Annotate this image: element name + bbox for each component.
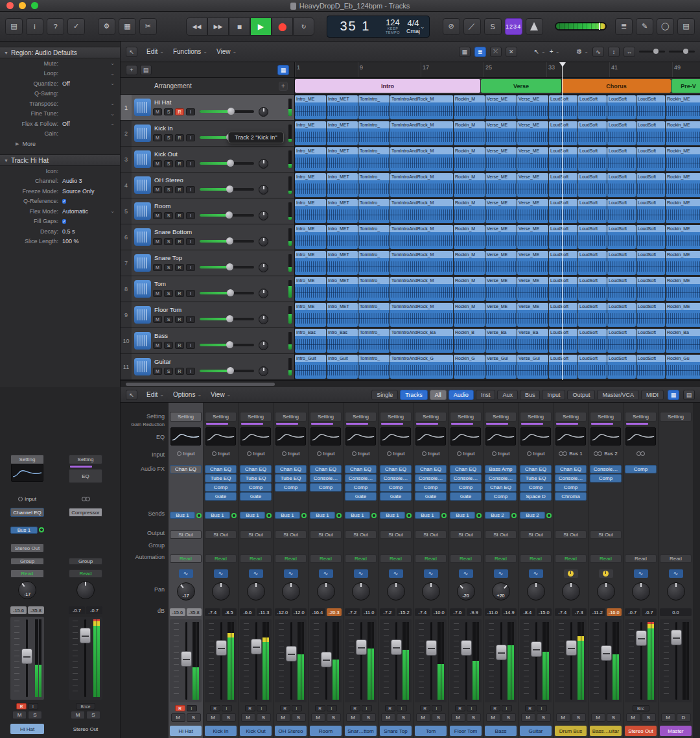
channel-input-slot[interactable]: Input <box>520 449 552 458</box>
audio-region[interactable]: Rockin_ME <box>666 95 700 119</box>
channel-strip-name[interactable]: Stereo Out <box>625 726 657 736</box>
pan-knob[interactable] <box>282 582 300 601</box>
audio-region[interactable]: Verse_ME <box>517 173 548 197</box>
checkbox-checked-icon[interactable]: ✓ <box>62 199 66 204</box>
audio-region[interactable]: LoudSoft <box>636 199 665 223</box>
audio-region[interactable]: Rockin_M <box>454 303 485 327</box>
audio-fx-slot[interactable]: Chan EQ <box>205 465 237 473</box>
pan-knob[interactable] <box>527 582 545 601</box>
audio-region[interactable]: LoudSoft <box>549 199 578 223</box>
audio-region[interactable]: Rockin_ME <box>666 147 700 171</box>
automation-mode-button[interactable]: Read <box>205 554 237 563</box>
channel-setting-button[interactable]: Setting <box>380 412 412 422</box>
channel-strip-name[interactable]: Stereo Out <box>69 724 102 734</box>
audio-region[interactable]: TomIntroAndRock_M <box>390 277 453 301</box>
add-track-button[interactable]: + <box>126 65 137 75</box>
pan-knob[interactable]: -20 <box>457 582 475 601</box>
stepper-icon[interactable]: ⌄ <box>110 111 115 117</box>
volume-handle[interactable] <box>226 185 233 193</box>
fx-plugin-button[interactable]: Console… <box>415 474 447 482</box>
rewind-button[interactable]: ◀◀ <box>186 18 207 36</box>
audio-region[interactable]: Verse_ME <box>485 121 517 145</box>
audio-fx-slot[interactable]: Comp <box>310 483 342 492</box>
waveform-display-icon[interactable]: ∿ <box>529 569 543 578</box>
track-solo-button[interactable]: S <box>164 290 173 297</box>
audio-region[interactable]: Rockin_ME <box>666 277 700 301</box>
audio-region[interactable]: Verse_ME <box>485 95 517 119</box>
track-input-monitor-button[interactable]: I <box>186 368 195 375</box>
bounce-button[interactable]: Bnce <box>76 703 95 709</box>
volume-fader[interactable] <box>590 619 622 702</box>
strip-mute-button[interactable]: M <box>486 713 500 722</box>
play-button[interactable]: ▶ <box>250 18 272 36</box>
fx-plugin-button[interactable]: Chroma <box>555 492 587 501</box>
send-bus-button[interactable]: Bus 1 <box>310 512 335 519</box>
audio-region[interactable]: Intro_ME <box>295 95 326 119</box>
audio-region[interactable]: LoudSoft <box>578 225 607 249</box>
fx-plugin-button[interactable]: Comp <box>590 474 622 482</box>
channel-input-slot[interactable]: Input <box>485 449 517 458</box>
eq-thumbnail[interactable] <box>415 427 446 446</box>
volume-fader[interactable] <box>380 619 412 702</box>
output-slot[interactable]: St Out <box>415 530 447 539</box>
fx-plugin-button[interactable]: Chan EQ <box>450 465 482 473</box>
strip-solo-button[interactable]: S <box>257 713 271 722</box>
channel-setting-button[interactable]: Setting <box>660 412 692 422</box>
strip-mute-button[interactable]: M <box>276 713 290 722</box>
send-level-knob[interactable] <box>371 513 377 518</box>
region-more-row[interactable]: ▶More <box>0 139 120 149</box>
track-volume-slider[interactable] <box>200 292 254 294</box>
audio-region[interactable]: Intro_ME <box>295 251 326 275</box>
pan-knob[interactable] <box>352 582 370 601</box>
send-bus-button[interactable]: Bus 1 <box>380 512 405 519</box>
count-in-button[interactable]: 1234 <box>505 18 522 35</box>
strip-solo-button[interactable]: S <box>467 713 481 722</box>
fader-handle[interactable] <box>671 630 682 645</box>
close-window-button[interactable] <box>6 2 14 9</box>
automation-slot[interactable]: Read <box>625 554 657 563</box>
apple-loops-button[interactable]: ◯ <box>657 18 674 35</box>
strip-record-arm-button[interactable]: R <box>245 705 255 711</box>
fader-handle[interactable] <box>391 639 402 655</box>
pan-knob[interactable]: +20 <box>492 582 510 601</box>
strip-solo-button[interactable]: S <box>502 713 516 722</box>
audio-region[interactable]: LoudSoft <box>549 303 578 327</box>
volume-fader[interactable] <box>275 619 307 702</box>
fader-handle[interactable] <box>461 640 472 656</box>
checkbox-checked-icon[interactable]: ✓ <box>62 219 66 224</box>
channel-strip[interactable]: SettingInputChan EQConsole…CompBus 1St O… <box>309 403 344 738</box>
audio-region[interactable]: LoudSoft <box>636 303 665 327</box>
volume-fader[interactable] <box>485 619 517 702</box>
waveform-display-icon[interactable]: ∿ <box>459 569 473 578</box>
playhead[interactable] <box>562 62 563 380</box>
narrow-strips-toggle[interactable]: ▦ <box>668 390 679 400</box>
send-level-knob[interactable] <box>476 513 482 518</box>
forward-button[interactable]: ▶▶ <box>207 18 229 36</box>
track-volume-slider[interactable] <box>200 110 254 113</box>
audio-region[interactable]: LoudSoft <box>636 251 665 275</box>
fx-plugin-button[interactable]: Chan EQ <box>205 465 237 473</box>
duplicate-track-button[interactable]: ▤ <box>140 65 152 75</box>
fx-plugin-button[interactable]: Console… <box>380 474 412 482</box>
fx-plugin-button[interactable]: Gate <box>415 492 447 501</box>
automation-slot[interactable]: Read <box>485 554 517 563</box>
channel-input-slot[interactable]: Input <box>380 449 412 458</box>
output-slot[interactable]: St Out <box>555 530 587 539</box>
channel-setting-button[interactable]: Setting <box>485 412 517 422</box>
audio-region[interactable]: Intro_Bas <box>295 329 326 353</box>
track-pan-knob[interactable] <box>259 159 268 169</box>
track-solo-button[interactable]: S <box>164 186 173 193</box>
audio-fx-slot[interactable]: Tube EQ <box>240 474 272 482</box>
audio-region[interactable]: TomIntro_ <box>358 355 390 379</box>
disclosure-triangle-icon[interactable]: ▼ <box>4 51 8 55</box>
automation-clock-icon[interactable] <box>599 569 613 578</box>
inspector-channel-strip[interactable]: SettingInputChannel EQBus 1Stereo OutGro… <box>9 387 45 738</box>
audio-region[interactable]: Verse_Gui <box>485 355 517 379</box>
send-slot[interactable]: Bus 2 <box>485 511 517 519</box>
output-button[interactable]: St Out <box>275 530 307 539</box>
strip-solo-button[interactable]: S <box>187 713 201 722</box>
fx-plugin-button[interactable]: Comp <box>415 483 447 492</box>
track-mute-button[interactable]: M <box>153 108 162 115</box>
strip-record-arm-button[interactable]: R <box>525 705 535 711</box>
audio-region[interactable]: Intro_Bas <box>327 329 358 353</box>
